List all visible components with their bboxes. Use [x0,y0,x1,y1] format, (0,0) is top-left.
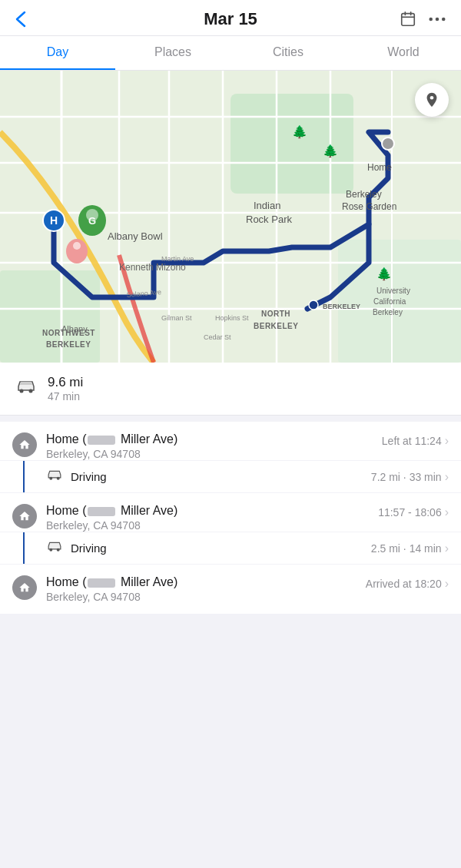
tl-main-2: Home ( Miller Ave) [46,504,177,518]
svg-point-59 [49,477,52,480]
tab-world[interactable]: World [346,36,461,70]
svg-text:BERKELEY: BERKELEY [254,322,298,330]
tl-left-2 [12,504,37,532]
map-container[interactable]: H G Albany Bowl Kenneth Mizono Albany In… [0,71,461,363]
tl-right-3: Arrived at 18:20 › [366,577,449,591]
driving-car-icon-1 [46,469,63,485]
tab-day[interactable]: Day [0,36,115,70]
svg-point-58 [29,389,33,393]
svg-text:G: G [88,215,96,227]
tl-right-2: 11:57 - 18:06 › [378,505,449,519]
svg-text:Martin Ave: Martin Ave [161,255,194,263]
timeline-stop-3[interactable]: Home ( Miller Ave) Berkeley, CA 94708 Ar… [0,565,461,615]
driving-right-2: 2.5 mi · 14 min › [371,542,449,555]
svg-point-6 [442,18,446,22]
header-title: Mar 15 [61,9,400,29]
tl-text-1: Home ( Miller Ave) Berkeley, CA 94708 [46,432,177,460]
tl-circle-3 [12,575,37,600]
more-button[interactable] [429,17,446,22]
stats-row: 9.6 mi 47 min [0,363,461,416]
svg-text:🌲: 🌲 [323,144,338,158]
svg-point-30 [73,242,81,250]
driving-left-1: Driving [46,469,107,485]
svg-point-61 [49,548,52,552]
svg-text:Berkeley: Berkeley [373,308,403,316]
svg-rect-8 [230,94,353,194]
svg-text:University: University [376,287,410,295]
tl-time-2: 11:57 - 18:06 [378,506,442,518]
tl-time-3: Arrived at 18:20 [366,578,442,590]
tl-circle-2 [12,504,37,528]
header-left [15,11,61,28]
driving-item-2[interactable]: Driving 2.5 mi · 14 min › [0,532,461,565]
driving-label-2: Driving [71,542,107,555]
svg-point-54 [309,300,318,310]
driving-left-2: Driving [46,540,107,556]
location-pin-button[interactable] [415,83,449,117]
tab-places[interactable]: Places [115,36,230,70]
driving-item-1[interactable]: Driving 7.2 mi · 33 min › [0,461,461,493]
tl-time-1: Left at 11:24 [382,435,442,447]
tl-sub-3: Berkeley, CA 94708 [46,591,177,603]
tabs: Day Places Cities World [0,36,461,71]
tl-connector-1 [23,461,25,492]
tl-text-2: Home ( Miller Ave) Berkeley, CA 94708 [46,504,177,532]
svg-text:BERKELEY: BERKELEY [323,303,360,310]
svg-point-5 [436,18,439,22]
svg-text:NORTH: NORTH [261,310,290,318]
driving-chevron-1: › [445,470,449,484]
stats-time: 47 min [48,390,83,403]
svg-text:Rose Garden: Rose Garden [342,201,396,212]
svg-point-56 [430,96,434,100]
header: Mar 15 [0,0,461,36]
timeline-stop-2[interactable]: Home ( Miller Ave) Berkeley, CA 94708 11… [0,493,461,532]
tl-left-3 [12,575,37,603]
svg-text:🌲: 🌲 [292,124,307,139]
driving-details-1: 7.2 mi · 33 min [371,471,442,483]
stats-info: 9.6 mi 47 min [48,375,83,403]
tl-content-2: Home ( Miller Ave) Berkeley, CA 94708 11… [46,504,449,532]
svg-text:NORTHWEST: NORTHWEST [42,329,95,337]
tl-left-1 [12,432,37,460]
tl-content-3: Home ( Miller Ave) Berkeley, CA 94708 Ar… [46,575,449,603]
driving-chevron-2: › [445,542,449,555]
timeline-stop-1[interactable]: Home ( Miller Ave) Berkeley, CA 94708 Le… [0,422,461,461]
driving-right-1: 7.2 mi · 33 min › [371,470,449,484]
svg-text:Home: Home [367,162,392,173]
tl-sub-1: Berkeley, CA 94708 [46,448,177,460]
svg-rect-9 [0,270,100,363]
car-icon [15,379,37,399]
svg-text:Indian: Indian [254,200,280,211]
svg-text:Berkeley: Berkeley [346,189,382,200]
tl-circle-1 [12,432,37,457]
svg-text:🌲: 🌲 [376,267,392,281]
map-svg: H G Albany Bowl Kenneth Mizono Albany In… [0,71,461,363]
tab-cities[interactable]: Cities [230,36,346,70]
svg-point-23 [382,137,394,150]
svg-text:California: California [373,297,406,306]
svg-text:Albany Bowl: Albany Bowl [108,230,163,242]
driving-label-1: Driving [71,470,107,483]
back-button[interactable] [15,11,26,28]
tl-content-1: Home ( Miller Ave) Berkeley, CA 94708 Le… [46,432,449,460]
driving-car-icon-2 [46,540,63,556]
stats-distance: 9.6 mi [48,375,83,390]
tl-main-1: Home ( Miller Ave) [46,432,177,446]
svg-point-57 [20,389,24,393]
chevron-3: › [445,577,449,591]
header-right [400,11,446,28]
svg-point-60 [57,477,60,480]
svg-text:Gilman St: Gilman St [161,314,192,322]
svg-text:Hopkins St: Hopkins St [215,314,249,322]
calendar-button[interactable] [400,11,416,28]
chevron-1: › [445,434,449,448]
tl-main-3: Home ( Miller Ave) [46,575,177,589]
driving-details-2: 2.5 mi · 14 min [371,542,442,555]
tl-text-3: Home ( Miller Ave) Berkeley, CA 94708 [46,575,177,603]
svg-text:H: H [50,214,58,227]
svg-text:Cedar St: Cedar St [204,333,231,341]
svg-rect-0 [402,14,415,26]
tl-connector-2 [23,532,25,564]
tl-right-1: Left at 11:24 › [382,434,449,448]
svg-text:Kenneth Mizono: Kenneth Mizono [119,262,186,273]
